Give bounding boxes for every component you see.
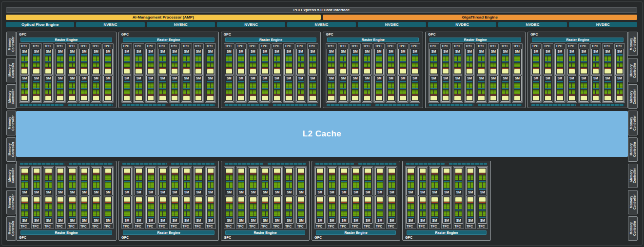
sm-core-grid xyxy=(430,63,436,68)
sm-block: SM xyxy=(351,196,361,224)
sm-divider-strip xyxy=(468,209,474,210)
sm-label: SM xyxy=(593,76,599,80)
sm-cache-block xyxy=(420,169,426,173)
sm-core-grid xyxy=(262,204,269,209)
sm-block: SM xyxy=(273,49,281,75)
sm-divider-strip xyxy=(388,88,394,89)
sm-core-grid xyxy=(341,204,347,209)
sm-divider-strip xyxy=(569,61,575,62)
sm-red-strip xyxy=(195,68,201,69)
sm-block: SM xyxy=(32,49,40,75)
gpc-thin-bar xyxy=(69,163,113,165)
sm-cache-block xyxy=(124,96,130,100)
sm-label: SM xyxy=(262,76,268,80)
sm-block: SM xyxy=(339,76,348,102)
sm-core-grid xyxy=(124,211,130,216)
sm-red-strip xyxy=(443,68,449,69)
tpc-label: TPC xyxy=(44,224,53,228)
sm-core-grid xyxy=(340,56,346,61)
sm-teal-strip xyxy=(317,217,323,218)
sm-teal-strip xyxy=(431,189,438,190)
tpc-block: TPCSMSM xyxy=(67,166,78,229)
sm-teal-strip xyxy=(431,217,438,218)
sm-label: SM xyxy=(57,50,63,54)
tpc-block: TPCSMSM xyxy=(500,43,510,103)
sm-core-grid xyxy=(412,83,418,88)
sm-teal-strip xyxy=(468,189,474,190)
sm-label: SM xyxy=(208,190,214,194)
sm-divider-strip xyxy=(195,61,201,62)
sm-block: SM xyxy=(79,76,88,102)
sm-cache-block xyxy=(328,69,334,74)
sm-cache-block xyxy=(389,197,395,202)
sm-red-strip xyxy=(93,68,99,69)
sm-core-grid xyxy=(160,182,166,188)
sm-red-strip xyxy=(21,95,27,95)
sm-red-strip xyxy=(207,95,213,95)
sm-block: SM xyxy=(68,167,77,195)
sm-core-grid xyxy=(81,63,87,68)
sm-core-grid xyxy=(45,211,52,216)
sm-divider-strip xyxy=(557,88,563,89)
sm-core-grid xyxy=(454,90,460,95)
sm-teal-strip xyxy=(195,54,201,56)
sm-core-grid xyxy=(250,83,256,88)
sm-label: SM xyxy=(262,219,269,223)
sm-label: SM xyxy=(124,190,130,194)
tpc-label: TPC xyxy=(79,44,88,48)
sm-teal-strip xyxy=(262,189,269,190)
sm-block: SM xyxy=(170,49,179,75)
sm-cache-block xyxy=(33,96,39,100)
sm-block: SM xyxy=(466,167,475,195)
sm-divider-strip xyxy=(430,88,436,89)
sm-core-grid xyxy=(388,63,394,68)
sm-teal-strip xyxy=(105,217,112,218)
tpc-block: TPCSMSM xyxy=(362,43,372,103)
sm-block: SM xyxy=(429,76,438,102)
sm-divider-strip xyxy=(93,209,99,210)
tpc-label: TPC xyxy=(315,224,325,228)
sm-divider-strip xyxy=(105,61,111,62)
sm-cache-block xyxy=(250,197,256,202)
gpc-thin-bar xyxy=(531,104,575,106)
sm-core-grid xyxy=(286,175,293,180)
sm-label: SM xyxy=(148,76,154,80)
tpc-label: TPC xyxy=(158,224,168,228)
sm-red-strip xyxy=(136,95,141,95)
sm-teal-strip xyxy=(420,189,426,190)
die-main-area: Memory ControllerMemory ControllerMemory… xyxy=(6,32,638,241)
sm-core-grid xyxy=(444,182,450,188)
sm-core-grid xyxy=(617,83,623,88)
sm-divider-strip xyxy=(617,61,623,62)
sm-cache-block xyxy=(569,96,575,100)
sm-red-strip xyxy=(468,202,474,203)
pci-host-interface-bar: PCI Express 5.0 Host Interface xyxy=(6,7,637,13)
sm-teal-strip xyxy=(353,189,359,190)
sm-block: SM xyxy=(418,167,428,195)
sm-divider-strip xyxy=(444,181,450,182)
sm-cache-block xyxy=(93,169,99,173)
sm-divider-strip xyxy=(262,209,269,210)
sm-core-grid xyxy=(467,90,472,95)
sm-divider-strip xyxy=(69,209,76,210)
memory-controller-box: Memory Controller xyxy=(6,32,16,56)
sm-core-grid xyxy=(420,211,426,216)
memory-controller-label: Memory Controller xyxy=(8,138,15,161)
sm-core-grid xyxy=(455,175,462,180)
sm-red-strip xyxy=(352,95,358,95)
sm-core-grid xyxy=(124,182,130,188)
tpc-label: TPC xyxy=(363,44,371,48)
sm-block: SM xyxy=(406,167,415,195)
tpc-label: TPC xyxy=(225,224,234,228)
sm-teal-strip xyxy=(298,189,304,190)
sm-red-strip xyxy=(545,95,551,95)
memory-controller-box: Memory Controller xyxy=(628,137,638,162)
sm-red-strip xyxy=(328,68,334,69)
sm-label: SM xyxy=(478,50,484,54)
sm-red-strip xyxy=(184,202,190,203)
sm-label: SM xyxy=(93,219,99,223)
sm-core-grid xyxy=(593,56,599,61)
memory-controller-label: Memory Controller xyxy=(629,217,637,240)
sm-label: SM xyxy=(412,50,418,54)
sm-label: SM xyxy=(183,50,189,54)
